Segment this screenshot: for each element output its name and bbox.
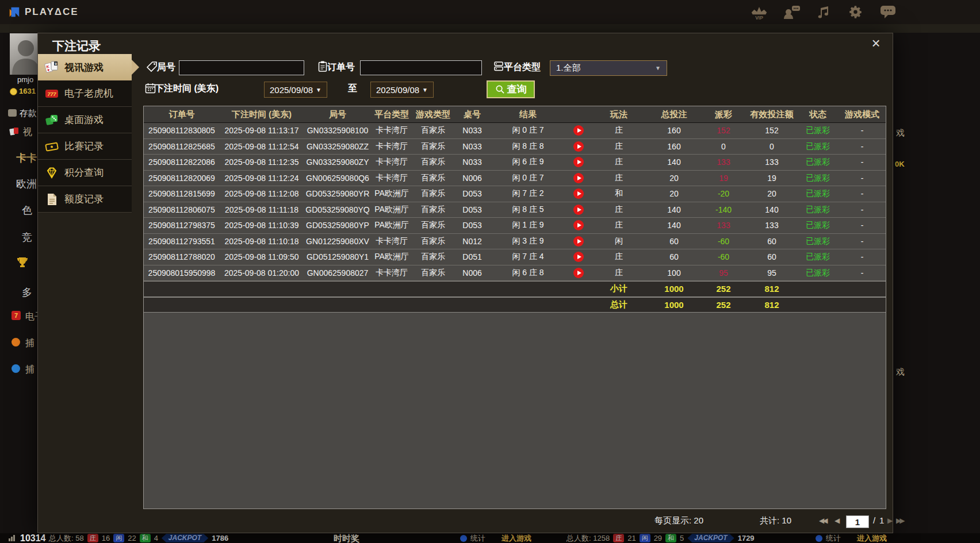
next-page-icon[interactable]: ▶: [887, 517, 891, 525]
order-input[interactable]: [360, 60, 482, 75]
svg-text:777: 777: [47, 91, 56, 97]
round-id-cell: GN006259080Q6: [304, 174, 372, 183]
tab-match-records[interactable]: 比赛记录: [38, 133, 132, 160]
order-id-cell: 250908112822086: [144, 157, 220, 167]
platform-cell: 卡卡湾厅: [372, 141, 412, 152]
result-cell: 闲 0 庄 7: [490, 125, 566, 136]
valid-bet-cell: 133: [745, 157, 798, 167]
nav-fragment[interactable]: 竞: [22, 230, 32, 244]
stats-button[interactable]: 统计: [460, 533, 485, 543]
bet-type-cell: 庄: [591, 141, 646, 152]
result-cell: 闲 1 庄 9: [490, 220, 566, 230]
game-type-cell: 百家乐: [412, 125, 454, 136]
trophy-icon[interactable]: [16, 256, 29, 270]
vip-icon[interactable]: VIP: [749, 4, 770, 20]
nav-fragment[interactable]: 色: [22, 203, 32, 217]
date-from-picker[interactable]: 2025/09/08▼: [264, 82, 327, 98]
customer-service-icon[interactable]: [781, 4, 802, 20]
nav-fragment[interactable]: 卡卡: [16, 151, 37, 165]
settings-gear-icon[interactable]: [845, 4, 866, 20]
payout-cell: -60: [702, 252, 745, 261]
replay-play-icon[interactable]: [573, 157, 584, 167]
deposit-label[interactable]: 存款: [20, 108, 37, 119]
replay-play-icon[interactable]: [573, 252, 584, 262]
grand-total-label: 总计: [591, 299, 646, 310]
column-header: 游戏类型: [412, 109, 454, 120]
bet-time-cell: 2025-09-08 11:10:39: [220, 221, 304, 230]
player-count: 22: [128, 533, 136, 543]
enter-game-button[interactable]: 进入游戏: [857, 533, 887, 543]
last-page-icon[interactable]: ▶▶: [896, 517, 903, 525]
replay-play-icon[interactable]: [573, 220, 584, 230]
table-row: 250908112793551 2025-09-08 11:10:18 GN01…: [144, 234, 886, 250]
first-page-icon[interactable]: ◀◀: [819, 517, 826, 525]
bet-time-cell: 2025-09-08 11:12:35: [220, 157, 304, 167]
music-icon[interactable]: [813, 4, 834, 20]
result-cell: 闲 7 庄 4: [490, 252, 566, 262]
platform-select[interactable]: 1.全部 ▼: [550, 60, 667, 76]
table-no-cell: D053: [454, 189, 490, 198]
replay-play-icon[interactable]: [573, 141, 584, 152]
brand-name: PLAYΔCE: [25, 6, 79, 18]
total-count-label: 共计: 10: [760, 515, 791, 526]
balance: 1631: [19, 87, 36, 95]
fishing-nav-icon: [12, 338, 20, 346]
replay-play-icon[interactable]: [573, 173, 584, 183]
nav-fragment[interactable]: 欧洲: [16, 177, 37, 191]
page-input[interactable]: 1: [846, 515, 869, 528]
bet-records-modal: 下注记录 × K♥ 9 视讯游戏 777 电子老虎机 桌面游戏: [37, 33, 893, 533]
query-button[interactable]: 查询: [487, 80, 535, 98]
game-type-cell: 百家乐: [412, 236, 454, 247]
total-bet-cell: 160: [646, 126, 702, 135]
round-input[interactable]: [179, 60, 304, 75]
total-bet-cell: 60: [646, 237, 702, 246]
tab-label: 比赛记录: [64, 140, 104, 153]
jackpot-amount: 1786: [212, 533, 228, 543]
prev-page-icon[interactable]: ◀: [834, 517, 838, 525]
column-header: 游戏模式: [837, 109, 886, 120]
game-type-cell: 百家乐: [412, 157, 454, 167]
round-id-cell: GN012259080XV: [304, 237, 372, 246]
tab-quota-records[interactable]: 额度记录: [38, 186, 132, 213]
tab-video-games[interactable]: K♥ 9 视讯游戏: [38, 54, 132, 80]
chevron-down-icon: ▼: [655, 65, 661, 71]
banker-count: 21: [627, 533, 636, 543]
svg-text:VIP: VIP: [755, 14, 763, 20]
replay-play-icon[interactable]: [573, 205, 584, 215]
cards-icon: K♥ 9: [44, 60, 59, 75]
tab-label: 积分查询: [64, 166, 104, 179]
ticket-icon: [44, 139, 59, 154]
tab-points-query[interactable]: 积分查询: [38, 160, 132, 186]
document-icon: [44, 192, 59, 207]
replay-play-icon[interactable]: [573, 236, 584, 247]
player-badge: 闲: [640, 534, 650, 542]
tab-table-games[interactable]: 桌面游戏: [38, 107, 132, 133]
total-bet-cell: 140: [646, 221, 702, 230]
nav-fragment[interactable]: 多: [22, 286, 32, 299]
table-no-cell: N006: [454, 268, 490, 278]
result-cell: 闲 0 庄 7: [490, 173, 566, 183]
fishing2-nav-icon: [12, 364, 20, 373]
close-icon[interactable]: ×: [867, 34, 885, 52]
playace-logo-icon: [8, 6, 21, 18]
enter-game-button[interactable]: 进入游戏: [502, 533, 531, 543]
replay-play-icon[interactable]: [573, 268, 584, 278]
tab-slots[interactable]: 777 电子老虎机: [38, 80, 132, 107]
result-cell: 闲 6 庄 9: [490, 157, 566, 167]
stats-button[interactable]: 统计: [816, 533, 841, 543]
messages-icon[interactable]: [878, 4, 898, 20]
game-name-label: 时时奖: [334, 533, 359, 543]
replay-play-icon[interactable]: [573, 125, 584, 136]
total-bet-cell: 160: [646, 142, 702, 151]
tag-icon: [146, 61, 158, 72]
date-to-picker[interactable]: 2025/09/08▼: [370, 82, 434, 98]
coin-icon: [10, 88, 17, 95]
nav-fragment[interactable]: 捕: [25, 337, 35, 349]
deposit-icon: [8, 109, 17, 117]
nav-fragment[interactable]: 捕: [25, 364, 35, 376]
replay-play-icon[interactable]: [573, 188, 584, 199]
tie-count: 5: [680, 533, 684, 543]
status-badge: 已派彩: [798, 236, 837, 247]
online-count: 10314: [20, 533, 46, 543]
nav-fragment[interactable]: 视: [23, 126, 32, 138]
